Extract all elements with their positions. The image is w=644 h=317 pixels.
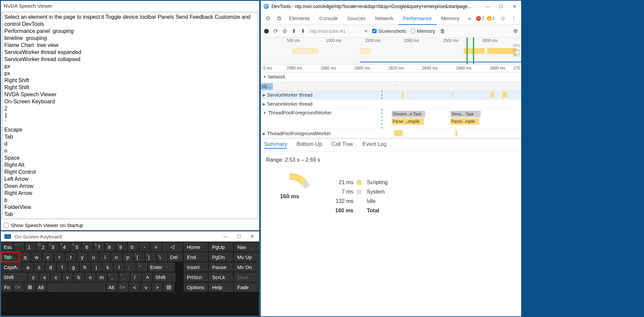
key-g[interactable]: g: [68, 262, 79, 272]
serviceworker-thread-1[interactable]: ▶ServiceWorker thread: [261, 91, 521, 100]
maximize-button[interactable]: ☐: [494, 1, 508, 12]
key-prtscn[interactable]: PrtScn: [184, 272, 208, 282]
summary-tab-bottom-up[interactable]: Bottom-Up: [296, 141, 322, 149]
record-button[interactable]: [264, 29, 269, 34]
key-t[interactable]: t: [65, 252, 76, 262]
tab-console[interactable]: Console: [315, 12, 343, 25]
key-s[interactable]: s: [34, 262, 45, 272]
key-u[interactable]: u: [88, 252, 99, 262]
key-y[interactable]: y: [77, 252, 88, 262]
key-options[interactable]: Options: [184, 282, 208, 292]
key-space[interactable]: <,: [108, 272, 118, 282]
key-space[interactable]: ▤: [163, 282, 174, 292]
key-i[interactable]: i: [100, 252, 110, 262]
key-d[interactable]: d: [45, 262, 56, 272]
key-fn[interactable]: Fn: [2, 282, 12, 292]
delete-icon[interactable]: 🗑: [440, 28, 445, 34]
key-o[interactable]: o: [111, 252, 122, 262]
key-del[interactable]: Del: [168, 252, 183, 262]
minimize-button[interactable]: —: [481, 1, 494, 12]
key-6[interactable]: ^6: [82, 242, 93, 252]
key-a[interactable]: a: [22, 262, 33, 272]
key-3[interactable]: #3: [48, 242, 59, 252]
key-9[interactable]: (9: [116, 242, 127, 252]
key-fade[interactable]: Fade: [234, 282, 258, 292]
select-element-icon[interactable]: ⯐: [263, 13, 274, 24]
key-pause[interactable]: Pause: [209, 262, 233, 272]
nvda-speech-log[interactable]: Select an element in the page to inspect…: [2, 12, 258, 219]
key-0[interactable]: )0: [128, 242, 139, 252]
key-m[interactable]: m: [96, 272, 107, 282]
maximize-button[interactable]: ☐: [232, 231, 246, 242]
key-esc[interactable]: Esc: [2, 242, 13, 252]
menu-icon[interactable]: ⋮: [508, 13, 519, 24]
key-l[interactable]: l: [114, 262, 125, 272]
load-icon[interactable]: ⬆: [292, 28, 296, 34]
key-scrlk[interactable]: ScrLk: [209, 272, 233, 282]
close-button[interactable]: ✕: [508, 1, 521, 12]
serviceworker-thread-2[interactable]: ▶ServiceWorker thread: [261, 100, 521, 109]
key-q[interactable]: q: [20, 252, 31, 262]
tab-memory[interactable]: Memory: [437, 12, 464, 25]
key-j[interactable]: j: [91, 262, 102, 272]
key-dock[interactable]: Dock: [234, 272, 258, 282]
key-r[interactable]: r: [54, 252, 65, 262]
error-badge[interactable]: ✕2: [476, 16, 484, 21]
key-space[interactable]: <: [129, 282, 140, 292]
key-space[interactable]: {[: [134, 252, 145, 262]
key-shift[interactable]: Shift: [153, 272, 176, 282]
key-space[interactable]: ◁: [162, 242, 183, 252]
tab-network[interactable]: Network: [370, 12, 398, 25]
key-tab[interactable]: Tab: [2, 252, 19, 262]
key-space[interactable]: =: [151, 242, 161, 252]
settings-icon[interactable]: ⚙: [513, 28, 518, 34]
key-n[interactable]: n: [85, 272, 96, 282]
save-icon[interactable]: ⬇: [301, 28, 305, 34]
key-ctrl[interactable]: Ctrl: [118, 282, 129, 292]
network-track[interactable]: ▼Network: [261, 72, 521, 82]
minimize-button[interactable]: —: [219, 231, 232, 242]
key-x[interactable]: x: [39, 272, 50, 282]
key-space[interactable]: :;: [125, 262, 136, 272]
key-caps[interactable]: Caps: [2, 262, 22, 272]
key-nav[interactable]: Nav: [234, 242, 258, 252]
key-home[interactable]: Home: [184, 242, 208, 252]
key-5[interactable]: %5: [71, 242, 82, 252]
key-pgup[interactable]: PgUp: [209, 242, 233, 252]
warning-badge[interactable]: ▲1: [487, 16, 495, 21]
timeline-ruler[interactable]: 0 ms2560 ms2580 ms2600 ms2620 ms2640 ms2…: [261, 64, 521, 72]
summary-tab-call-tree[interactable]: Call Tree: [332, 141, 353, 149]
memory-checkbox[interactable]: Memory: [411, 28, 435, 34]
clear-icon[interactable]: ⊘: [283, 28, 287, 34]
key-p[interactable]: p: [122, 252, 133, 262]
key-v[interactable]: v: [141, 282, 151, 292]
summary-tab-summary[interactable]: Summary: [264, 141, 287, 149]
key-enter[interactable]: Enter: [148, 262, 175, 272]
key-7[interactable]: &7: [94, 242, 104, 252]
key-2[interactable]: @2: [37, 242, 47, 252]
key-mvdn[interactable]: Mv Dn: [234, 262, 258, 272]
key-space[interactable]: -: [139, 242, 150, 252]
key-insert[interactable]: Insert: [184, 262, 208, 272]
key-h[interactable]: h: [80, 262, 90, 272]
key-f[interactable]: f: [57, 262, 67, 272]
key-shift[interactable]: Shift: [2, 272, 27, 282]
performance-overview[interactable]: 500 ms1000 ms1500 ms2000 ms2500 ms3000 m…: [261, 38, 521, 64]
key-space[interactable]: ʌ: [142, 272, 153, 282]
dropdown-icon[interactable]: ▾: [365, 28, 367, 34]
key-c[interactable]: c: [51, 272, 61, 282]
key-help[interactable]: Help: [209, 282, 233, 292]
key-8[interactable]: *8: [105, 242, 116, 252]
key-alt[interactable]: Alt: [36, 282, 47, 292]
ntp-track[interactable]: ntp ... ...: [261, 82, 521, 91]
show-on-startup-checkbox[interactable]: [4, 223, 9, 228]
key-alt[interactable]: Alt: [106, 282, 117, 292]
more-tabs-icon[interactable]: »: [464, 13, 475, 24]
key-pgdn[interactable]: PgDn: [209, 252, 233, 262]
threadpool-worker-2[interactable]: ▶ThreadPoolForegroundWorker: [261, 129, 521, 138]
close-button[interactable]: ✕: [246, 231, 259, 242]
key-space[interactable]: >.: [119, 272, 130, 282]
key-k[interactable]: k: [102, 262, 113, 272]
key-e[interactable]: e: [43, 252, 53, 262]
key-space[interactable]: ⊞: [24, 282, 35, 292]
